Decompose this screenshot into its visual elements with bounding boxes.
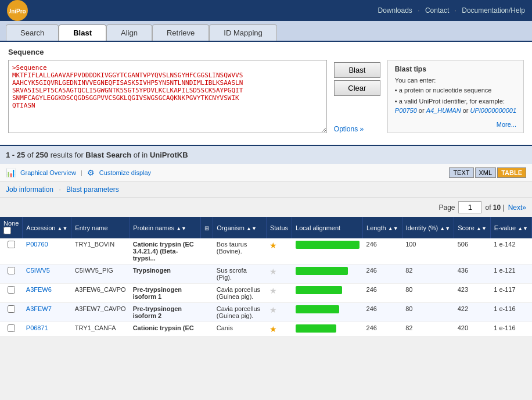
row-local-alignment (292, 322, 363, 337)
row-length: 246 (363, 284, 402, 303)
row-entry-name: TRY1_CANFA (71, 322, 130, 337)
row-identity: 80 (402, 303, 454, 322)
row-accession: C5IWV5 (23, 265, 71, 284)
row-length: 246 (363, 238, 402, 265)
row-entry-name: C5IWV5_PIG (71, 265, 130, 284)
row-checkbox-cell (0, 265, 23, 284)
row-checkbox[interactable] (8, 241, 15, 248)
th-icon: ⊞ (201, 217, 213, 238)
table-row: A3FEW7 A3FEW7_CAVPO Pre-trypsinogen isof… (0, 303, 532, 322)
header: UniProt Downloads · Contact · Documentat… (0, 0, 532, 21)
row-protein-names: Cationic trypsin (EC 3.4.21.4) (Beta-try… (130, 238, 201, 265)
row-identity: 82 (402, 265, 454, 284)
blast-tips-more-link[interactable]: More... (497, 121, 516, 128)
row-score: 436 (454, 265, 491, 284)
row-status: ★ (266, 303, 292, 322)
tab-id-mapping[interactable]: ID Mapping (209, 24, 276, 41)
accession-link[interactable]: A3FEW6 (26, 286, 52, 293)
row-accession: A3FEW6 (23, 284, 71, 303)
row-icon-col (201, 238, 213, 265)
format-text-button[interactable]: TEXT (449, 167, 473, 178)
blast-button[interactable]: Blast (334, 62, 380, 78)
alignment-bar (296, 241, 360, 249)
customize-display-link[interactable]: Customize display (99, 169, 151, 176)
row-evalue: 1 e-117 (490, 284, 531, 303)
logo-icon: UniProt (7, 0, 28, 21)
blast-tips-intro: You can enter: (395, 77, 516, 84)
accession-link[interactable]: P00760 (26, 241, 48, 248)
tab-retrieve[interactable]: Retrieve (152, 24, 209, 41)
row-status: ★ (266, 322, 292, 337)
status-star[interactable]: ★ (269, 324, 277, 334)
sequence-input[interactable]: >Sequence MKTFIFLALLGAAVAFPVDDDDKIVGGYTC… (8, 60, 327, 133)
row-evalue: 1 e-121 (490, 265, 531, 284)
row-local-alignment (292, 303, 363, 322)
row-status: ★ (266, 238, 292, 265)
status-star[interactable]: ★ (269, 305, 277, 315)
row-checkbox-cell (0, 322, 23, 337)
row-score: 420 (454, 322, 491, 337)
alignment-bar (296, 305, 339, 313)
row-local-alignment (292, 265, 363, 284)
row-status: ★ (266, 265, 292, 284)
row-checkbox[interactable] (8, 286, 15, 294)
row-checkbox[interactable] (8, 324, 15, 332)
row-organism: Cavia porcellus (Guinea pig). (213, 284, 267, 303)
toolbar-left: 📊 Graphical Overview | ⚙ Customize displ… (6, 168, 151, 177)
table-row: A3FEW6 A3FEW6_CAVPO Pre-trypsinogen isof… (0, 284, 532, 303)
select-all-checkbox[interactable] (3, 227, 11, 234)
th-accession: Accession ▲▼ (23, 217, 71, 238)
tab-align[interactable]: Align (106, 24, 152, 41)
status-star[interactable]: ★ (269, 286, 277, 295)
options-link[interactable]: Options » (334, 102, 364, 133)
sequence-buttons: Blast Clear (334, 62, 380, 96)
pagination: Page of 10 | Next» (0, 198, 532, 217)
format-xml-button[interactable]: XML (475, 167, 497, 178)
th-evalue: E-value ▲▼ (490, 217, 531, 238)
row-local-alignment (292, 284, 363, 303)
tab-blast[interactable]: Blast (59, 24, 106, 41)
row-protein-names: Trypsinogen (130, 265, 201, 284)
next-page-link[interactable]: Next» (508, 203, 526, 212)
row-score: 506 (454, 238, 491, 265)
row-score: 423 (454, 284, 491, 303)
documentation-link[interactable]: Documentation/Help (462, 6, 525, 15)
table-header-row: None Accession ▲▼ Entry name Protein nam… (0, 217, 532, 238)
row-evalue: 1 e-142 (490, 238, 531, 265)
accession-link[interactable]: C5IWV5 (26, 267, 50, 274)
page-input[interactable] (458, 201, 481, 213)
row-checkbox[interactable] (8, 305, 15, 313)
th-entry-name: Entry name (71, 217, 130, 238)
row-icon-col (201, 322, 213, 337)
customize-display-icon: ⚙ (87, 168, 95, 177)
accession-link[interactable]: P06871 (26, 324, 48, 331)
status-star[interactable]: ★ (269, 267, 277, 276)
toolbar: 📊 Graphical Overview | ⚙ Customize displ… (0, 164, 532, 182)
blast-tip-item-1: a valid UniProt identifier, for example:… (395, 97, 516, 115)
page-label: Page (438, 203, 455, 212)
clear-button[interactable]: Clear (334, 80, 380, 96)
row-length: 246 (363, 303, 402, 322)
tab-search[interactable]: Search (6, 24, 59, 41)
accession-link[interactable]: A3FEW7 (26, 305, 52, 312)
format-table-button[interactable]: TABLE (497, 167, 526, 178)
blast-parameters-link[interactable]: Blast parameters (66, 185, 119, 194)
status-star[interactable]: ★ (269, 241, 277, 250)
logo: UniProt (7, 0, 28, 21)
contact-link[interactable]: Contact (425, 6, 449, 15)
page-of: of 10 | (485, 203, 504, 212)
graphical-overview-link[interactable]: Graphical Overview (20, 169, 76, 176)
th-identity: Identity (%) ▲▼ (402, 217, 454, 238)
row-checkbox[interactable] (8, 267, 15, 274)
sequence-section-title: Sequence (8, 48, 524, 56)
job-information-link[interactable]: Job information (6, 185, 53, 194)
row-accession: P00760 (23, 238, 71, 265)
row-evalue: 1 e-116 (490, 303, 531, 322)
row-protein-names: Pre-trypsinogen isoform 1 (130, 284, 201, 303)
results-header: 1 - 25 of 250 results for Blast Search o… (0, 145, 532, 164)
row-checkbox-cell (0, 303, 23, 322)
row-accession: A3FEW7 (23, 303, 71, 322)
tab-bar: Search Blast Align Retrieve ID Mapping (0, 21, 532, 42)
downloads-link[interactable]: Downloads (378, 6, 412, 15)
row-checkbox-cell (0, 238, 23, 265)
